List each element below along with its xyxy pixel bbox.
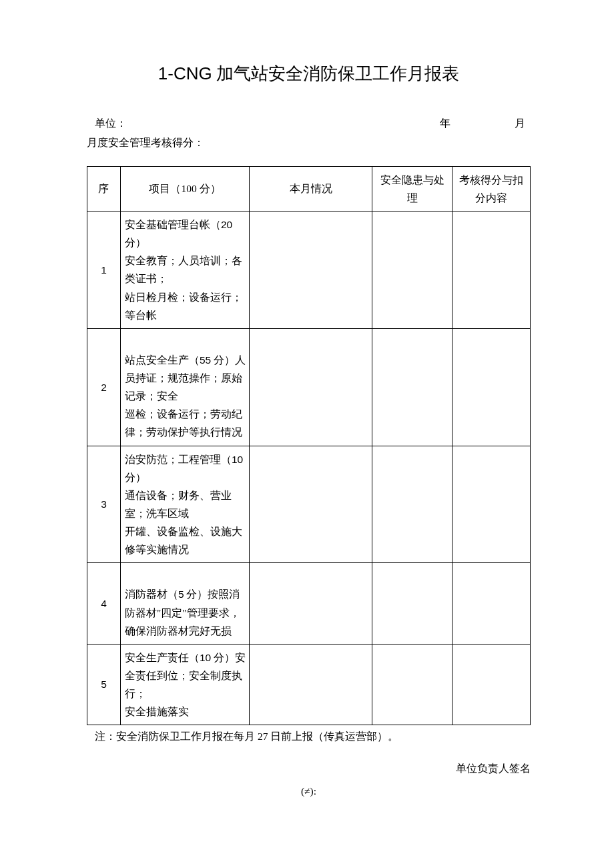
report-table: 序 项目（100 分） 本月情况 安全隐患与处理 考核得分与扣分内容 1 安全基…	[87, 166, 531, 726]
score-label: 月度安全管理考核得分：	[87, 134, 531, 151]
cell-hazard	[372, 211, 452, 329]
th-item: 项目（100 分）	[120, 166, 249, 211]
cell-seq: 3	[87, 446, 121, 563]
table-row: 4 消防器材（5 分）按照消防器材"四定"管理要求，确保消防器材完好无损	[87, 563, 531, 644]
year-label: 年	[440, 115, 450, 132]
signature-mark: (≠):	[87, 783, 531, 800]
cell-situation	[250, 644, 372, 725]
month-label: 月	[515, 115, 525, 132]
page-title: 1-CNG 加气站安全消防保卫工作月报表	[87, 60, 531, 88]
table-header-row: 序 项目（100 分） 本月情况 安全隐患与处理 考核得分与扣分内容	[87, 166, 531, 211]
th-seq: 序	[87, 166, 121, 211]
cell-score	[452, 563, 530, 644]
cell-score	[452, 328, 530, 446]
cell-seq: 1	[87, 211, 121, 329]
th-hazard: 安全隐患与处理	[372, 166, 452, 211]
cell-score	[452, 211, 530, 329]
cell-item: 安全生产责任（10 分）安全责任到位；安全制度执行；安全措施落实	[120, 644, 249, 725]
cell-item: 消防器材（5 分）按照消防器材"四定"管理要求，确保消防器材完好无损	[120, 563, 249, 644]
cell-hazard	[372, 563, 452, 644]
cell-item: 站点安全生产（55 分）人员持证；规范操作；原始记录；安全巡检；设备运行；劳动纪…	[120, 328, 249, 446]
cell-hazard	[372, 446, 452, 563]
cell-situation	[250, 446, 372, 563]
table-row: 2 站点安全生产（55 分）人员持证；规范操作；原始记录；安全巡检；设备运行；劳…	[87, 328, 531, 446]
meta-row: 单位： 年 月	[87, 115, 531, 132]
title-suffix: 加气站安全消防保卫工作月报表	[216, 64, 459, 83]
cell-score	[452, 644, 530, 725]
cell-score	[452, 446, 530, 563]
footer-note: 注：安全消防保卫工作月报在每月 27 日前上报（传真运营部）。	[87, 728, 531, 745]
th-situation: 本月情况	[250, 166, 372, 211]
cell-hazard	[372, 328, 452, 446]
signature-label: 单位负责人签名	[87, 761, 531, 777]
th-score: 考核得分与扣分内容	[452, 166, 530, 211]
cell-situation	[250, 328, 372, 446]
cell-situation	[250, 563, 372, 644]
cell-item: 治安防范；工程管理（10 分）通信设备；财务、营业室；洗车区域开罐、设备监检、设…	[120, 446, 249, 563]
cell-item: 安全基础管理台帐（20 分）安全教育；人员培训；各类证书；站日检月检；设备运行；…	[120, 211, 249, 329]
table-row: 5 安全生产责任（10 分）安全责任到位；安全制度执行；安全措施落实	[87, 644, 531, 725]
cell-seq: 4	[87, 563, 121, 644]
unit-label: 单位：	[95, 115, 127, 132]
cell-hazard	[372, 644, 452, 725]
table-row: 1 安全基础管理台帐（20 分）安全教育；人员培训；各类证书；站日检月检；设备运…	[87, 211, 531, 329]
cell-situation	[250, 211, 372, 329]
cell-seq: 5	[87, 644, 121, 725]
title-prefix: 1-CNG	[158, 63, 212, 83]
table-row: 3 治安防范；工程管理（10 分）通信设备；财务、营业室；洗车区域开罐、设备监检…	[87, 446, 531, 563]
cell-seq: 2	[87, 328, 121, 446]
